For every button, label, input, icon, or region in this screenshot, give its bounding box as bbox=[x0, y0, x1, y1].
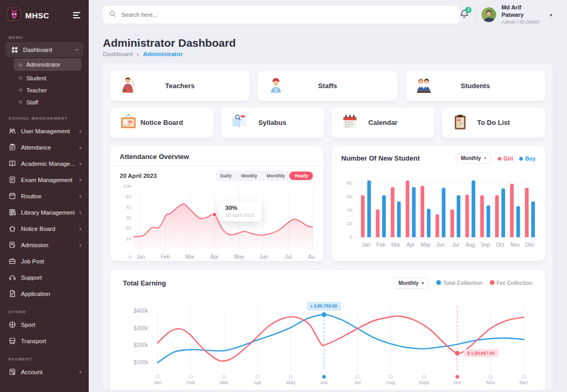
breadcrumb-current: Administrator bbox=[143, 51, 183, 57]
svg-text:Jun: Jun bbox=[320, 379, 328, 385]
attendance-date-label: 20 April 2023 bbox=[120, 173, 157, 179]
shortcut-card-to-do-list[interactable]: TO DOTo Do List bbox=[442, 108, 545, 137]
sidebar-item-user-management[interactable]: User Management› bbox=[0, 123, 89, 139]
sidebar-subitem-teacher[interactable]: ◇Teacher bbox=[0, 84, 89, 96]
diamond-bullet-icon: ◇ bbox=[19, 100, 22, 104]
fee-collection-legend-label: Fee Collection bbox=[497, 280, 532, 286]
tab-weekly[interactable]: Weekly bbox=[236, 172, 262, 180]
search-bar[interactable] bbox=[103, 6, 459, 24]
sidebar-toggle-icon[interactable] bbox=[72, 9, 81, 21]
user-info[interactable]: Md Arif Patwary Admin | ID:00087 bbox=[501, 4, 544, 25]
shortcut-cards-row1: TeachersStaffsStudents bbox=[110, 71, 545, 101]
shortcut-card-label: To Do List bbox=[477, 119, 510, 126]
user-name: Md Arif Patwary bbox=[501, 4, 544, 19]
svg-text:Aug: Aug bbox=[386, 379, 395, 385]
sidebar-item-support[interactable]: Support bbox=[0, 269, 89, 285]
new-students-legend: Girl Boy bbox=[498, 155, 536, 162]
chevron-right-icon: › bbox=[79, 161, 81, 166]
sidebar-item-notice-board[interactable]: Notice Board› bbox=[0, 220, 89, 237]
sidebar-section-label-payment: PAYMENT bbox=[8, 357, 80, 362]
sidebar-item-sport[interactable]: Sport bbox=[0, 316, 89, 333]
shortcut-card-students[interactable]: Students bbox=[406, 71, 545, 101]
dashboard-panel: TeachersStaffsStudents Notice BoardSylla… bbox=[103, 63, 552, 390]
tab-yearly[interactable]: Yearly bbox=[289, 172, 313, 180]
tab-monthly[interactable]: Monthly bbox=[262, 172, 290, 180]
search-input[interactable] bbox=[120, 11, 453, 18]
new-students-filter-select[interactable]: Monthly▾ bbox=[456, 153, 491, 164]
sidebar-item-academic-manage[interactable]: Academic Manage...› bbox=[0, 155, 89, 172]
svg-text:80: 80 bbox=[346, 180, 352, 186]
chevron-right-icon: › bbox=[79, 194, 81, 199]
shortcut-card-label: Calendar bbox=[369, 119, 398, 126]
sidebar-subitem-student[interactable]: ◇Student bbox=[0, 72, 89, 84]
sidebar-item-transport[interactable]: Transport bbox=[0, 333, 89, 349]
notification-bell-icon[interactable]: 2 bbox=[459, 9, 469, 21]
notice-board-icon bbox=[8, 225, 16, 232]
fee-collection-tooltip: $ 1,50,657.00 bbox=[464, 349, 498, 357]
svg-text:Jan: Jan bbox=[136, 254, 145, 260]
academic-icon bbox=[8, 160, 16, 167]
sidebar-section-label-other: OTHER bbox=[8, 310, 80, 314]
user-menu-chevron-icon[interactable]: ▾ bbox=[550, 12, 552, 18]
new-students-chart-svg: 020406080JanFebMarAprMayJunJulAugSepOctN… bbox=[341, 171, 536, 250]
noticeboard-illustration bbox=[119, 113, 138, 132]
svg-text:TO DO: TO DO bbox=[457, 119, 462, 121]
chevron-down-icon: › bbox=[75, 48, 80, 50]
chevron-right-icon: › bbox=[79, 129, 81, 134]
svg-text:$400k: $400k bbox=[134, 308, 149, 314]
tooltip-date: 20 April 2023 bbox=[225, 212, 254, 218]
new-students-chart: 020406080JanFebMarAprMayJunJulAugSepOctN… bbox=[341, 171, 536, 252]
breadcrumb-dashboard[interactable]: Dashboard bbox=[103, 51, 132, 57]
sidebar-item-account[interactable]: Account› bbox=[0, 364, 89, 380]
caret-down-icon: ▾ bbox=[484, 156, 486, 161]
sidebar-item-job-post[interactable]: Job Post bbox=[0, 253, 89, 269]
attendance-range-tabs: DailyWeeklyMonthlyYearly bbox=[215, 171, 314, 181]
logo-row: MHSC bbox=[0, 0, 89, 27]
shortcut-card-label: Notice Board bbox=[140, 119, 183, 126]
charts-row: Attendance Overview 20 April 2023 DailyW… bbox=[110, 146, 545, 261]
chevron-right-icon: › bbox=[79, 145, 81, 150]
chevron-right-icon: › bbox=[79, 210, 81, 215]
tab-daily[interactable]: Daily bbox=[216, 172, 237, 180]
sidebar-item-application[interactable]: Application bbox=[0, 285, 89, 302]
shortcut-card-notice-board[interactable]: Notice Board bbox=[110, 108, 213, 137]
svg-text:30: 30 bbox=[125, 215, 131, 220]
sidebar-subitem-staff[interactable]: ◇Staff bbox=[0, 96, 89, 108]
syllabus-illustration bbox=[229, 113, 249, 132]
breadcrumb: Dashboard › Administrator bbox=[103, 51, 552, 57]
topbar-right: 2 Md Arif Patwary Admin | ID:00087 ▾ bbox=[459, 4, 552, 25]
svg-text:0: 0 bbox=[129, 254, 131, 260]
sidebar-section-label-school-management: SCHOOL MANAGEMENT bbox=[8, 116, 80, 121]
shortcut-card-label: Staffs bbox=[318, 82, 337, 90]
svg-text:May: May bbox=[286, 379, 296, 385]
shortcut-card-teachers[interactable]: Teachers bbox=[110, 71, 249, 101]
content: Administrator Dashboard Dashboard › Admi… bbox=[89, 29, 567, 392]
exam-icon bbox=[8, 176, 16, 184]
sidebar-item-exam-management[interactable]: Exam Management› bbox=[0, 172, 89, 188]
user-role: Admin | ID:00087 bbox=[501, 19, 544, 25]
diamond-bullet-icon: ◇ bbox=[19, 76, 22, 80]
total-earning-chart: $400k$300k$200k$100kJanFebMarAprMayJunJu… bbox=[123, 292, 532, 388]
svg-text:Nov: Nov bbox=[510, 242, 520, 248]
svg-text:Mar: Mar bbox=[391, 242, 401, 248]
sidebar-subitem-administrator[interactable]: ◇Administrator bbox=[14, 58, 81, 71]
svg-text:Oct: Oct bbox=[454, 379, 461, 385]
svg-text:20: 20 bbox=[125, 225, 131, 231]
total-earning-filter-select[interactable]: Monthly▾ bbox=[393, 278, 429, 289]
svg-text:60: 60 bbox=[346, 194, 352, 199]
sidebar-item-library-management[interactable]: Library Management› bbox=[0, 204, 89, 220]
shortcut-card-staffs[interactable]: Staffs bbox=[258, 71, 397, 101]
shortcut-card-syllabus[interactable]: Syllabus bbox=[221, 108, 324, 137]
todolist-illustration: TO DO bbox=[450, 113, 470, 132]
fee-collection-legend-dot bbox=[490, 280, 495, 285]
sidebar-item-admission[interactable]: Admission› bbox=[0, 237, 89, 253]
chevron-right-icon: › bbox=[79, 177, 81, 183]
shortcut-card-label: Students bbox=[461, 82, 490, 90]
sidebar-item-dashboard[interactable]: Dashboard› bbox=[5, 42, 83, 57]
user-avatar[interactable] bbox=[481, 7, 496, 22]
total-collection-tooltip: ৳ 3,80,753.00 bbox=[307, 302, 341, 311]
shortcut-card-calendar[interactable]: Calendar bbox=[332, 108, 435, 137]
sidebar-item-attendance[interactable]: Attendance› bbox=[0, 139, 89, 155]
sidebar-item-routine[interactable]: Routine› bbox=[0, 188, 89, 204]
users-icon bbox=[8, 127, 16, 135]
